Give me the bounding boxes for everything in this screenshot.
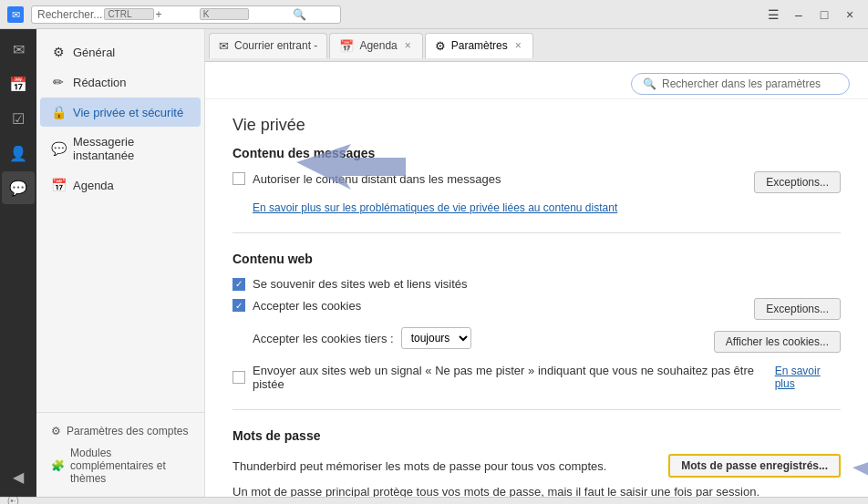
- agenda-nav-icon: 📅: [51, 178, 66, 192]
- calendar-nav-icon[interactable]: 📅: [2, 67, 35, 100]
- allow-distant-label: Autoriser le contenu distant dans les me…: [253, 172, 501, 186]
- agenda-tab-close[interactable]: ×: [403, 39, 413, 52]
- section-mots-de-passe: Mots de passe Thunderbird peut mémoriser…: [232, 428, 841, 497]
- section-divider-1: [232, 232, 841, 233]
- nav-label-agenda: Agenda: [73, 179, 114, 192]
- nav-label-modules: Modules complémentaires et thèmes: [70, 447, 190, 485]
- parametres-tab[interactable]: ⚙ Paramètres ×: [425, 33, 533, 58]
- dnt-learn-more-link[interactable]: En savoir plus: [775, 365, 841, 390]
- nav-item-agenda[interactable]: 📅 Agenda: [40, 170, 201, 200]
- accept-cookies-row: ✓ Accepter les cookies Exceptions...: [232, 298, 841, 320]
- status-text: (•·): [7, 496, 19, 504]
- shortcut2: K: [200, 8, 249, 20]
- nav-item-general[interactable]: ⚙ Général: [40, 37, 201, 67]
- remember-sites-label: Se souvenir des sites web et liens visit…: [253, 277, 468, 291]
- nav-item-messagerie[interactable]: 💬 Messagerie instantanée: [40, 128, 201, 170]
- third-party-select[interactable]: toujours: [401, 327, 471, 349]
- courrier-tab-label: Courrier entrant -: [234, 39, 317, 52]
- shortcut1: CTRL: [104, 8, 153, 20]
- section-divider-2: [232, 409, 841, 410]
- redaction-icon: ✏: [51, 75, 66, 89]
- learn-more-link[interactable]: En savoir plus sur les problématiques de…: [253, 201, 617, 214]
- master-info-label: Un mot de passe principal protège tous v…: [232, 485, 760, 497]
- app-container: ✉ 📅 ☑ 👤 💬 ◀ ⚙ Général ✏ Rédaction 🔒 Vie …: [0, 29, 868, 497]
- chat-nav-icon[interactable]: 💬: [2, 171, 35, 204]
- courrier-tab-icon: ✉: [219, 39, 229, 53]
- content-area: ✉ Courrier entrant - 📅 Agenda × ⚙ Paramè…: [205, 29, 868, 497]
- section-contenu-messages: Contenu des messages Autoriser le conten…: [232, 146, 841, 214]
- nav-label-general: Général: [73, 46, 115, 59]
- memo-row: Thunderbird peut mémoriser les mots de p…: [232, 454, 841, 478]
- search-placeholder: Rechercher...: [37, 8, 102, 21]
- general-icon: ⚙: [51, 45, 66, 59]
- saved-passwords-button[interactable]: Mots de passe enregistrés...: [668, 454, 841, 478]
- app-icon: ✉: [7, 6, 24, 23]
- settings-search-bar[interactable]: 🔍 Rechercher dans les paramètres: [631, 73, 850, 95]
- third-party-cookies-row: Accepter les cookies tiers : toujours Af…: [232, 327, 841, 356]
- messages-exceptions-button[interactable]: Exceptions...: [754, 171, 841, 193]
- dnt-label: Envoyer aux sites web un signal « Ne pas…: [253, 364, 768, 391]
- nav-label-messagerie: Messagerie instantanée: [73, 135, 190, 162]
- nav-label-comptes: Paramètres des comptes: [67, 425, 188, 437]
- collapse-sidebar-icon[interactable]: ◀: [2, 460, 35, 493]
- global-search-bar[interactable]: Rechercher... CTRL + K 🔍: [31, 5, 341, 24]
- maximize-button[interactable]: □: [813, 4, 835, 26]
- nav-label-vie-privee: Vie privée et sécurité: [73, 106, 183, 119]
- messagerie-icon: 💬: [51, 141, 66, 156]
- icon-sidebar: ✉ 📅 ☑ 👤 💬 ◀: [0, 29, 36, 497]
- remember-sites-checkbox[interactable]: ✓: [232, 278, 245, 291]
- svg-text:✉: ✉: [12, 9, 20, 20]
- close-button[interactable]: ×: [839, 4, 861, 26]
- settings-search-icon: 🔍: [643, 77, 656, 90]
- dnt-row: Envoyer aux sites web un signal « Ne pas…: [232, 364, 841, 391]
- courrier-tab[interactable]: ✉ Courrier entrant -: [209, 33, 327, 58]
- window-controls: ☰ – □ ×: [762, 4, 861, 26]
- settings-nav-panel: ⚙ Général ✏ Rédaction 🔒 Vie privée et sé…: [36, 29, 205, 497]
- settings-body: Vie privée Contenu des messages Autorise…: [205, 99, 868, 497]
- remember-sites-row: ✓ Se souvenir des sites web et liens vis…: [232, 277, 841, 291]
- parametres-tab-icon: ⚙: [435, 39, 446, 53]
- titlebar: ✉ Rechercher... CTRL + K 🔍 ☰ – □ ×: [0, 0, 868, 29]
- nav-comptes[interactable]: ⚙ Paramètres des comptes: [40, 420, 201, 442]
- modules-icon: 🧩: [51, 459, 65, 472]
- contacts-nav-icon[interactable]: 👤: [2, 137, 35, 170]
- show-cookies-button[interactable]: Afficher les cookies...: [714, 331, 841, 353]
- nav-modules[interactable]: 🧩 Modules complémentaires et thèmes: [40, 442, 201, 489]
- comptes-icon: ⚙: [51, 425, 61, 437]
- nav-label-redaction: Rédaction: [73, 76, 127, 89]
- minimize-button[interactable]: –: [788, 4, 810, 26]
- settings-search-placeholder: Rechercher dans les paramètres: [662, 77, 821, 90]
- tasks-nav-icon[interactable]: ☑: [2, 102, 35, 135]
- status-bar: (•·): [0, 497, 868, 504]
- section-contenu-web: Contenu web ✓ Se souvenir des sites web …: [232, 252, 841, 391]
- menu-button[interactable]: ☰: [762, 4, 784, 26]
- page-title: Vie privée: [232, 99, 841, 146]
- cookies-exceptions-button[interactable]: Exceptions...: [754, 298, 841, 320]
- third-party-label: Accepter les cookies tiers :: [253, 332, 394, 345]
- shortcut-plus: +: [156, 8, 198, 21]
- allow-distant-checkbox[interactable]: [232, 172, 245, 185]
- mots-de-passe-title: Mots de passe: [232, 428, 841, 443]
- dnt-checkbox[interactable]: [232, 371, 245, 384]
- parametres-tab-label: Paramètres: [451, 39, 508, 52]
- mail-nav-icon[interactable]: ✉: [2, 33, 35, 66]
- agenda-tab-icon: 📅: [339, 39, 354, 53]
- allow-distant-row: Autoriser le contenu distant dans les me…: [232, 171, 841, 193]
- parametres-tab-close[interactable]: ×: [513, 39, 523, 52]
- accept-cookies-checkbox[interactable]: ✓: [232, 299, 245, 312]
- accept-cookies-label: Accepter les cookies: [253, 299, 361, 313]
- contenu-web-title: Contenu web: [232, 252, 841, 266]
- tab-bar: ✉ Courrier entrant - 📅 Agenda × ⚙ Paramè…: [205, 29, 868, 62]
- nav-item-vie-privee[interactable]: 🔒 Vie privée et sécurité: [40, 98, 201, 127]
- search-icon: 🔍: [293, 8, 335, 21]
- settings-header: 🔍 Rechercher dans les paramètres: [205, 62, 868, 99]
- agenda-tab[interactable]: 📅 Agenda ×: [329, 33, 422, 58]
- agenda-tab-label: Agenda: [359, 39, 397, 52]
- nav-item-redaction[interactable]: ✏ Rédaction: [40, 67, 201, 97]
- nav-bottom: ⚙ Paramètres des comptes 🧩 Modules compl…: [36, 412, 204, 497]
- contenu-messages-title: Contenu des messages: [232, 146, 841, 160]
- vie-privee-icon: 🔒: [51, 105, 66, 119]
- settings-wrapper: 🔍 Rechercher dans les paramètres Vie pri…: [205, 62, 868, 497]
- memo-label: Thunderbird peut mémoriser les mots de p…: [232, 459, 606, 473]
